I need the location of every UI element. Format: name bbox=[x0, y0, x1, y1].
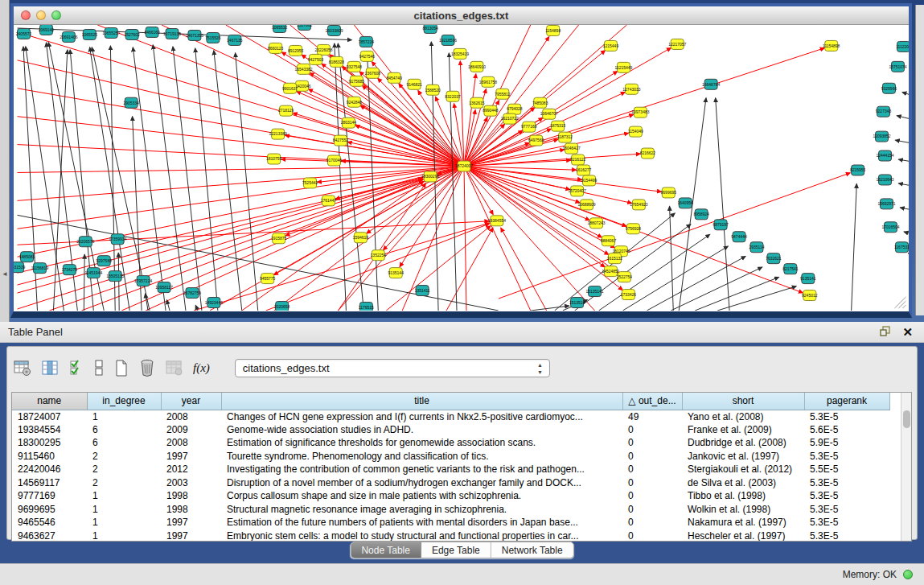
table-cell[interactable]: 2008 bbox=[161, 436, 221, 450]
table-cell[interactable]: Embryonic stem cells: a model to study s… bbox=[221, 529, 622, 542]
graph-node[interactable]: 2405572 bbox=[16, 28, 32, 39]
graph-node[interactable]: 1527662 bbox=[297, 25, 313, 30]
citation-network-graph[interactable]: 2405572206914020691406106552510655257152… bbox=[14, 25, 909, 311]
graph-edge[interactable] bbox=[18, 32, 464, 167]
table-cell[interactable]: 0 bbox=[622, 423, 682, 437]
graph-node[interactable]: 8660123 bbox=[268, 43, 284, 53]
delete-column-icon[interactable] bbox=[139, 358, 155, 377]
table-cell[interactable]: 1 bbox=[87, 503, 161, 517]
graph-edge[interactable] bbox=[133, 47, 166, 311]
table-row[interactable]: 946554611997Estimation of the future num… bbox=[12, 516, 889, 529]
graph-node[interactable]: 9146821 bbox=[406, 79, 422, 89]
table-cell[interactable]: Tibbo et al. (1998) bbox=[682, 489, 804, 503]
table-cell[interactable]: 18300295 bbox=[12, 436, 87, 450]
table-cell[interactable]: 2 bbox=[87, 450, 161, 463]
graph-node[interactable]: 9135141 bbox=[800, 274, 816, 284]
graph-edge[interactable] bbox=[18, 167, 464, 229]
graph-node[interactable]: 18807243 bbox=[587, 218, 605, 229]
graph-node[interactable]: 6879197 bbox=[713, 220, 729, 230]
graph-edge[interactable] bbox=[464, 154, 640, 166]
graph-node[interactable]: 12217057 bbox=[668, 39, 686, 49]
graph-edge[interactable] bbox=[501, 228, 547, 311]
graph-edge[interactable] bbox=[464, 107, 535, 166]
graph-node[interactable]: 16648784 bbox=[702, 79, 720, 89]
table-cell[interactable]: 1997 bbox=[161, 450, 221, 463]
graph-node[interactable]: 16033809 bbox=[325, 25, 343, 35]
table-cell[interactable]: 2003 bbox=[161, 476, 221, 490]
table-row[interactable]: 2242004622012Investigating the contribut… bbox=[12, 463, 889, 476]
graph-node[interactable]: 1351411 bbox=[415, 286, 430, 296]
graph-node[interactable]: 1640954 bbox=[678, 198, 694, 208]
graph-node[interactable]: 8215955 bbox=[850, 165, 866, 175]
graph-node[interactable]: 2803144 bbox=[341, 117, 357, 128]
network-view-frame[interactable]: citations_edges.txt 24055722069140206914… bbox=[10, 3, 912, 318]
graph-node[interactable]: 1616277 bbox=[576, 165, 592, 175]
graph-node[interactable]: 1154898 bbox=[545, 25, 561, 35]
table-cell[interactable]: 1997 bbox=[161, 529, 221, 542]
graph-node[interactable]: 19218596 bbox=[439, 35, 457, 45]
graph-node[interactable]: 2020658 bbox=[274, 302, 290, 311]
table-cell[interactable]: Jankovic et al. (1997) bbox=[682, 450, 804, 463]
delete-table-icon[interactable] bbox=[166, 360, 183, 377]
graph-node[interactable]: 9884067 bbox=[601, 236, 617, 246]
scrollbar-thumb[interactable] bbox=[903, 410, 910, 428]
graph-node[interactable]: 11156819 bbox=[31, 263, 49, 274]
table-cell[interactable]: 0 bbox=[622, 529, 682, 542]
graph-edge[interactable] bbox=[464, 167, 466, 311]
table-row[interactable]: 1456911722003Disruption of a novel membe… bbox=[12, 476, 889, 490]
table-cell[interactable]: Tourette syndrome. Phenomenology and cla… bbox=[221, 450, 622, 463]
graph-node[interactable]: 23226058 bbox=[314, 44, 332, 55]
graph-node[interactable]: 15135141 bbox=[585, 286, 603, 297]
graph-node[interactable]: 15692971 bbox=[877, 199, 895, 209]
table-cell[interactable]: 5.6E-5 bbox=[804, 423, 889, 437]
graph-node[interactable]: 7515526 bbox=[205, 32, 221, 43]
graph-edge[interactable] bbox=[902, 93, 909, 95]
graph-node[interactable]: 9170046 bbox=[326, 155, 343, 166]
resize-grip-icon[interactable] bbox=[894, 297, 906, 308]
graph-edge[interactable] bbox=[716, 98, 729, 311]
graph-node[interactable]: 9227343 bbox=[876, 106, 892, 117]
graph-node[interactable]: 1154049 bbox=[628, 126, 643, 137]
table-cell[interactable]: 5.3E-5 bbox=[804, 450, 889, 463]
graph-node[interactable]: 2367608 bbox=[365, 68, 381, 78]
graph-node[interactable]: 17654923 bbox=[630, 200, 647, 210]
graph-node[interactable]: 7632621 bbox=[766, 253, 782, 264]
graph-edge[interactable] bbox=[310, 72, 464, 166]
graph-node[interactable]: 9474444 bbox=[731, 232, 747, 242]
graph-node[interactable]: 9331539 bbox=[14, 262, 25, 273]
graph-node[interactable]: 8466160 bbox=[144, 27, 160, 37]
table-cell[interactable]: 9699695 bbox=[12, 503, 87, 517]
graph-node[interactable]: 16961758 bbox=[479, 76, 497, 87]
table-cell[interactable]: 0 bbox=[622, 516, 682, 529]
graph-node[interactable]: 9245012 bbox=[802, 290, 818, 301]
graph-node[interactable]: 19384554 bbox=[488, 216, 506, 226]
table-cell[interactable]: 0 bbox=[622, 436, 682, 450]
tab-network-table[interactable]: Network Table bbox=[491, 542, 573, 558]
graph-node[interactable]: 1215449 bbox=[603, 40, 619, 51]
graph-node[interactable]: 1615132 bbox=[607, 253, 623, 264]
graph-node[interactable]: 9327548 bbox=[347, 61, 363, 72]
graph-node[interactable]: 1179515 bbox=[359, 303, 374, 311]
graph-edge[interactable] bbox=[84, 254, 84, 311]
graph-node[interactable]: 9242848 bbox=[347, 97, 363, 107]
graph-edge[interactable] bbox=[622, 246, 728, 311]
table-cell[interactable]: 5.3E-5 bbox=[804, 503, 889, 517]
table-cell[interactable]: 5.3E-5 bbox=[804, 529, 889, 542]
graph-node[interactable]: 1875315 bbox=[550, 121, 566, 131]
graph-edge[interactable] bbox=[895, 140, 909, 142]
graph-edge[interactable] bbox=[166, 300, 170, 311]
graph-edge[interactable] bbox=[214, 51, 242, 311]
table-cell[interactable]: 1998 bbox=[161, 503, 221, 517]
graph-node[interactable]: 1467135 bbox=[227, 35, 243, 45]
graph-node[interactable]: 1594619 bbox=[353, 233, 369, 243]
table-row[interactable]: 911546021997Tourette syndrome. Phenomeno… bbox=[12, 450, 889, 463]
graph-node[interactable]: 16543382 bbox=[294, 64, 312, 74]
graph-node[interactable]: 8990448 bbox=[483, 105, 499, 116]
graph-node[interactable]: 9756928 bbox=[626, 224, 642, 234]
table-cell[interactable]: Estimation of the future numbers of pati… bbox=[221, 516, 622, 529]
table-cell[interactable]: Nakamura et al. (1997) bbox=[682, 516, 804, 529]
graph-node[interactable]: 1810755 bbox=[266, 154, 282, 164]
table-cell[interactable]: 9777169 bbox=[12, 489, 87, 503]
table-cell[interactable]: 1 bbox=[87, 516, 161, 529]
column-header-year[interactable]: year bbox=[161, 393, 221, 410]
